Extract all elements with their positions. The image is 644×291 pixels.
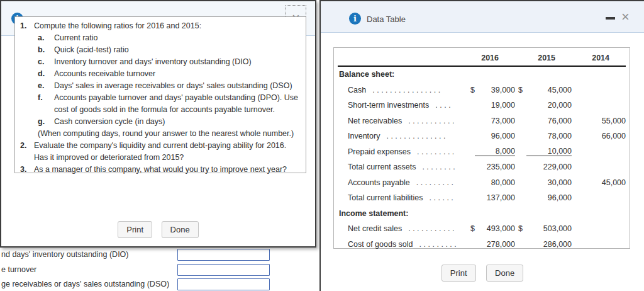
answer-input-dio[interactable] [177,249,270,261]
minimize-icon[interactable] [606,17,615,20]
answer-input-dso[interactable] [177,278,270,290]
table-row-inventory: Inventory.............. 96,000 78,000 66… [338,128,626,144]
table-row-cost-of-goods-sold: Cost of goods sold......... 278,000 286,… [338,237,626,253]
close-icon[interactable]: × [621,11,630,23]
requirement-2: 2. Evaluate the company's liquidity and … [16,140,301,164]
answer-row-label: ge receivables or days' sales outstandin… [1,280,169,288]
data-table-title: Data Table [367,14,406,24]
table-row-accounts-payable: Accounts payable......... 80,000 30,000 … [338,175,626,191]
table-row-cash: Cash................ $ 39,000 $ 45,000 [338,83,626,98]
answer-input-turnover[interactable] [177,264,270,276]
answer-row-label: nd days' inventory outstanding (DIO) [1,250,129,259]
table-row-prepaid-expenses: Prepaid expenses......... 8,000 10,000 [338,144,626,160]
requirements-dialog: i Requirements × 1. Compute the followin… [0,0,316,248]
requirement-1e: e. Days' sales in average receivables or… [16,80,301,92]
requirements-list: 1. Compute the following ratios for 2016… [14,16,306,173]
table-row-total-current-liabilities: Total current liabilities...... 137,000 … [338,190,626,206]
requirement-1: 1. Compute the following ratios for 2016… [16,20,301,32]
requirement-1d: d. Accounts receivable turnover [16,68,301,80]
info-icon: i [349,13,361,25]
answer-row-dso: ge receivables or days' sales outstandin… [0,278,318,291]
year-2014: 2014 [572,54,626,62]
requirement-1c: c. Inventory turnover and days' inventor… [16,56,301,68]
table-row-net-credit-sales: Net credit sales........... $ 493,000 $ … [338,221,626,237]
section-income-statement: Income statement: [338,206,626,222]
requirement-3: 3. As a manager of this company, what wo… [16,164,301,176]
requirement-1b: b. Quick (acid-test) ratio [16,44,301,56]
done-button[interactable]: Done [162,221,199,238]
done-button[interactable]: Done [486,265,523,282]
table-row-short-term-investments: Short-term investments.... 19,000 20,000 [338,98,626,113]
data-table: 2016 2015 2014 Balance sheet: Cash......… [333,47,630,249]
table-row-net-receivables: Net receivables........... 73,000 76,000… [338,113,626,129]
data-table-titlebar[interactable]: i Data Table × [321,1,644,33]
requirement-1g: g. Cash conversion cycle (in days) [16,116,301,128]
screen: nd days' inventory outstanding (DIO) e t… [0,0,644,291]
rounding-note: (When computing days, round your answer … [16,128,301,140]
answer-row-turnover: e turnover [0,264,318,277]
requirement-1a: a. Current ratio [16,32,301,44]
data-table-dialog: i Data Table × 2016 2015 2014 Balance sh… [319,0,644,291]
data-table-button-row: Print Done [321,265,644,282]
print-button[interactable]: Print [441,265,476,282]
year-2015: 2015 [526,54,572,62]
section-balance-sheet: Balance sheet: [338,67,626,83]
answer-row-dio: nd days' inventory outstanding (DIO) [0,249,318,261]
requirements-button-row: Print Done [1,221,315,238]
table-year-header: 2016 2015 2014 [338,50,626,67]
table-row-total-current-assets: Total current assets........ 235,000 229… [338,159,626,175]
answer-row-label: e turnover [1,265,36,274]
print-button[interactable]: Print [118,221,152,238]
requirement-1f: f. Accounts payable turnover and days' p… [16,92,301,116]
year-2016: 2016 [475,54,515,62]
